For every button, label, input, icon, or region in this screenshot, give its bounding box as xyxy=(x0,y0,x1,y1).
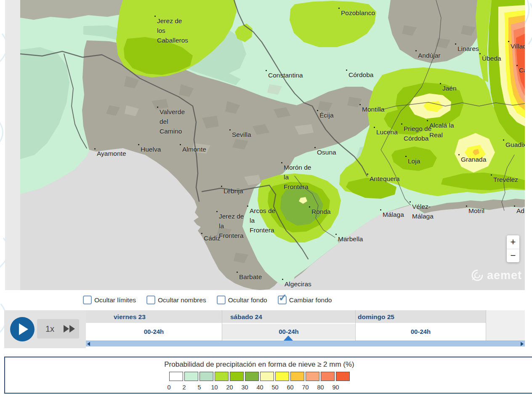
city-label: Jaén xyxy=(440,83,457,93)
fast-forward-icon[interactable] xyxy=(64,325,75,333)
city-label: Adr xyxy=(514,205,525,216)
checkbox[interactable] xyxy=(83,296,92,304)
city-dot xyxy=(335,234,337,235)
checkbox[interactable] xyxy=(217,296,226,304)
legend-value: 5 xyxy=(197,384,201,391)
city-label: Ronda xyxy=(309,206,331,216)
scrollbar-right-arrow-icon[interactable] xyxy=(521,342,524,346)
legend-value: 20 xyxy=(226,384,233,391)
legend-swatches xyxy=(169,372,350,381)
legend-value: 2 xyxy=(182,384,186,391)
city-label: Loja xyxy=(405,156,420,166)
timeline-day-3[interactable]: domingo 2500-24h xyxy=(356,310,486,341)
scrollbar-left-arrow-icon[interactable] xyxy=(87,342,90,346)
city-label: Constantina xyxy=(266,70,303,80)
city-layer: Jerez delosCaballerosPozoblancoVillacaLi… xyxy=(5,0,525,290)
city-label: Antequera xyxy=(367,173,400,184)
city-label: Montilla xyxy=(359,104,384,114)
city-dot xyxy=(380,209,381,210)
zoom-in-button[interactable]: + xyxy=(507,235,519,249)
day-range-cell[interactable]: 00-24h xyxy=(86,324,222,340)
day-header: sábado 24 xyxy=(222,310,355,324)
city-label: Ca xyxy=(516,65,525,75)
legend-value: 80 xyxy=(317,384,324,391)
checkbox[interactable] xyxy=(146,296,155,304)
city-dot xyxy=(221,186,222,187)
legend-value: 50 xyxy=(271,384,278,391)
city-label: Lebrija xyxy=(221,186,243,196)
city-label: Sevilla xyxy=(229,129,251,139)
legend-value: 90 xyxy=(332,384,339,391)
legend-swatch xyxy=(230,372,244,381)
city-dot xyxy=(247,205,248,207)
legend-swatch xyxy=(306,372,319,381)
timeline-day-1[interactable]: viernes 2300-24h xyxy=(86,310,222,341)
speed-label: 1x xyxy=(45,324,54,334)
city-dot xyxy=(359,104,361,105)
timeline-scrollbar[interactable] xyxy=(86,341,525,346)
city-label: Granada xyxy=(458,154,486,164)
timeline-days: viernes 2300-24hsábado 2400-24hdomingo 2… xyxy=(86,310,525,341)
day-header: viernes 23 xyxy=(86,310,222,324)
option-cambiar-fondo[interactable]: ✓Cambiar fondo xyxy=(278,296,332,304)
city-dot xyxy=(405,156,407,157)
option-ocultar-fondo[interactable]: Ocultar fondo xyxy=(217,296,267,304)
city-dot xyxy=(180,144,181,145)
zoom-out-button[interactable]: − xyxy=(507,249,519,263)
legend-swatch xyxy=(245,372,259,381)
city-label: Barbate xyxy=(237,272,262,282)
city-label: Linares xyxy=(455,43,479,53)
option-ocultar-l-mites[interactable]: Ocultar límites xyxy=(83,296,136,304)
checkmark-icon: ✓ xyxy=(279,292,287,304)
legend-swatch xyxy=(321,372,335,381)
option-ocultar-nombres[interactable]: Ocultar nombres xyxy=(146,296,206,304)
city-label: Guadix xyxy=(503,139,525,149)
aemet-spiral-icon xyxy=(470,268,484,282)
city-label: Villaca xyxy=(508,41,525,51)
city-label: Arcos delaFrontera xyxy=(247,205,275,235)
day-range-cell[interactable]: 00-24h xyxy=(356,324,486,340)
map-viewport[interactable]: Jerez delosCaballerosPozoblancoVillacaLi… xyxy=(5,0,525,290)
city-label: Vélez-Málaga xyxy=(410,201,434,221)
city-dot xyxy=(401,123,402,125)
city-label: Marbella xyxy=(335,234,363,244)
checkbox-label: Ocultar límites xyxy=(94,296,136,304)
day-header: domingo 25 xyxy=(356,310,486,324)
city-label: Ayamonte xyxy=(94,148,126,158)
city-label: Lucena xyxy=(374,127,398,137)
checkbox[interactable]: ✓ xyxy=(278,296,287,304)
legend-swatch xyxy=(336,372,350,381)
city-dot xyxy=(338,8,340,9)
city-dot xyxy=(229,129,231,131)
city-dot xyxy=(427,120,428,121)
city-dot xyxy=(201,233,202,234)
legend-values: 025102030405060708090 xyxy=(169,384,350,392)
legend-panel: Probabilidad de precipitación en forma d… xyxy=(4,357,532,394)
city-dot xyxy=(154,16,156,17)
city-dot xyxy=(374,127,375,128)
options-row: Ocultar límitesOcultar nombresOcultar fo… xyxy=(83,296,332,304)
city-label: Morón delaFrontera xyxy=(281,162,311,192)
city-dot xyxy=(458,154,460,155)
city-label: Úbeda xyxy=(479,53,501,63)
legend-swatch xyxy=(260,372,274,381)
city-dot xyxy=(237,272,238,273)
city-label: Cádiz xyxy=(201,233,221,243)
city-label: Algeciras xyxy=(282,279,311,289)
legend-value: 10 xyxy=(211,384,218,391)
city-dot xyxy=(440,83,441,84)
zoom-control: + − xyxy=(507,235,519,262)
city-dot xyxy=(491,174,492,176)
legend-value: 60 xyxy=(287,384,293,391)
city-label: Almonte xyxy=(180,144,206,154)
legend-content: Probabilidad de precipitación en forma d… xyxy=(5,360,513,392)
checkbox-label: Ocultar nombres xyxy=(158,296,206,304)
city-label: Écija xyxy=(317,110,334,120)
play-button[interactable] xyxy=(10,317,35,341)
speed-control[interactable]: 1x xyxy=(37,319,79,338)
legend-value: 0 xyxy=(167,384,170,391)
city-dot xyxy=(309,206,310,208)
current-time-marker xyxy=(284,336,293,341)
city-label: Pozoblanco xyxy=(338,8,375,18)
city-dot xyxy=(314,147,316,148)
